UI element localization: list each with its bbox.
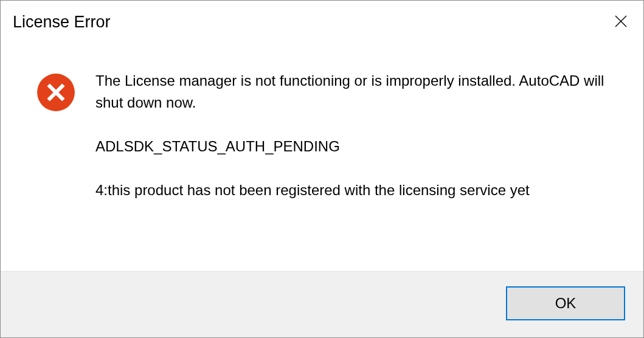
message-column: The License manager is not functioning o…: [95, 70, 619, 259]
message-detail: 4:this product has not been registered w…: [95, 179, 619, 201]
dialog-title: License Error: [13, 9, 111, 32]
icon-column: [36, 70, 76, 259]
close-icon: [614, 14, 628, 29]
message-status-code: ADLSDK_STATUS_AUTH_PENDING: [95, 136, 619, 157]
error-x-icon: [36, 72, 76, 112]
message-primary: The License manager is not functioning o…: [95, 70, 619, 114]
close-button[interactable]: [607, 9, 635, 33]
error-dialog: License Error The License manager is not…: [0, 0, 644, 338]
content-area: The License manager is not functioning o…: [1, 33, 643, 271]
ok-button[interactable]: OK: [506, 286, 625, 320]
titlebar: License Error: [1, 1, 643, 33]
button-area: OK: [1, 271, 643, 337]
